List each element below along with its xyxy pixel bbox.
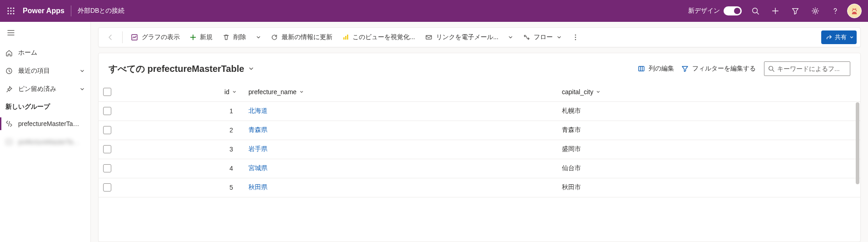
chevron-down-icon (79, 86, 85, 92)
row-checkbox[interactable] (103, 183, 111, 192)
email-link-button[interactable]: リンクを電子メール... (421, 29, 503, 45)
cell-name: 宮城県 (244, 159, 557, 178)
svg-rect-24 (345, 36, 347, 40)
gear-icon[interactable] (806, 0, 824, 22)
cell-id: 2 (121, 121, 244, 140)
home-icon (5, 49, 13, 56)
table-row[interactable]: 2青森県青森市 (99, 121, 860, 140)
table-scroll[interactable]: id prefecture_name (99, 82, 860, 242)
flow-button[interactable]: フロー (518, 29, 566, 45)
visualize-button[interactable]: このビューを視覚化... (338, 29, 420, 45)
show-chart-button[interactable]: グラフの表示 (126, 29, 184, 45)
svg-point-14 (835, 13, 836, 14)
table-row[interactable]: 4宮城県仙台市 (99, 159, 860, 178)
new-design-toggle[interactable]: 新デザイン (688, 6, 742, 15)
data-table: id prefecture_name (99, 82, 860, 197)
sidebar-item-pinned[interactable]: ピン留め済み (0, 80, 90, 98)
prefecture-link[interactable]: 青森県 (248, 126, 268, 133)
overflow-button[interactable] (567, 29, 584, 45)
svg-point-29 (575, 39, 576, 40)
refresh-icon (271, 34, 278, 41)
column-label: prefecture_name (248, 88, 297, 96)
sidebar-item-redacted[interactable]: prefectureMasterTabl... (0, 133, 90, 151)
cell-capital: 札幌市 (557, 101, 860, 121)
refresh-button[interactable]: 最新の情報に更新 (266, 29, 337, 45)
select-all-checkbox[interactable] (103, 88, 111, 96)
help-icon[interactable] (826, 0, 844, 22)
avatar[interactable] (847, 4, 862, 18)
prefecture-link[interactable]: 北海道 (248, 107, 268, 114)
add-icon[interactable] (766, 0, 784, 22)
prefecture-link[interactable]: 宮城県 (248, 164, 268, 171)
edit-filters-button[interactable]: フィルターを編集する (678, 61, 759, 76)
chevron-down-icon (232, 90, 237, 94)
sidebar-item-prefecture-table[interactable]: prefectureMasterTabl... (0, 115, 90, 133)
cell-capital: 仙台市 (557, 159, 860, 178)
columns-icon (638, 65, 645, 72)
column-header-capital[interactable]: capital_city (562, 88, 856, 96)
product-name[interactable]: Power Apps (18, 7, 71, 15)
chevron-down-icon (79, 68, 85, 74)
row-checkbox[interactable] (103, 164, 111, 172)
keyword-search[interactable] (764, 61, 850, 76)
hamburger-icon[interactable] (6, 28, 15, 37)
svg-point-7 (10, 13, 11, 14)
row-checkbox[interactable] (103, 126, 111, 134)
command-label: 新規 (200, 33, 213, 41)
svg-point-33 (769, 66, 773, 71)
row-checkbox[interactable] (103, 145, 111, 153)
column-header-id[interactable]: id (126, 88, 239, 96)
command-label: このビューを視覚化... (352, 33, 415, 41)
sidebar-item-recent[interactable]: 最近の項目 (0, 62, 90, 80)
svg-point-27 (575, 35, 576, 36)
command-label: フロー (534, 33, 553, 41)
mail-icon (425, 34, 432, 41)
delete-split-chevron[interactable] (252, 35, 265, 40)
sidebar-item-home[interactable]: ホーム (0, 44, 90, 62)
svg-rect-23 (343, 37, 345, 40)
view-title-dropdown[interactable]: すべての prefectureMasterTable (109, 63, 254, 75)
cell-id: 3 (121, 140, 244, 159)
share-label: 共有 (835, 33, 847, 41)
waffle-icon[interactable] (4, 4, 18, 18)
trash-icon (223, 34, 230, 41)
filter-icon (681, 65, 689, 72)
toggle-switch-icon[interactable] (724, 6, 742, 15)
table-row[interactable]: 5秋田県秋田市 (99, 178, 860, 197)
column-label: capital_city (562, 88, 593, 96)
back-button (102, 29, 119, 45)
row-checkbox[interactable] (103, 107, 111, 115)
delete-button[interactable]: 削除 (218, 29, 251, 45)
column-header-name[interactable]: prefecture_name (248, 88, 553, 96)
sidebar-item-label: ホーム (18, 49, 37, 57)
filter-icon[interactable] (786, 0, 804, 22)
sidebar-item-label: prefectureMasterTabl... (18, 138, 82, 146)
prefecture-link[interactable]: 秋田県 (248, 183, 268, 191)
email-split-chevron[interactable] (504, 35, 517, 40)
edit-columns-button[interactable]: 列の編集 (634, 61, 678, 76)
new-button[interactable]: 新規 (185, 29, 217, 45)
cell-id: 5 (121, 178, 244, 197)
cell-name: 岩手県 (244, 140, 557, 159)
keyword-search-input[interactable] (777, 65, 846, 72)
edit-filters-label: フィルターを編集する (692, 65, 756, 73)
chevron-down-icon (256, 35, 261, 40)
share-icon (826, 34, 832, 40)
cell-name: 青森県 (244, 121, 557, 140)
table-row[interactable]: 3岩手県盛岡市 (99, 140, 860, 159)
search-icon[interactable] (746, 0, 764, 22)
sidebar-item-label: ピン留め済み (18, 85, 56, 93)
separator (71, 5, 71, 16)
app-header: Power Apps 外部DBとの接続 新デザイン (0, 0, 868, 22)
share-button[interactable]: 共有 (821, 30, 857, 44)
data-card: すべての prefectureMasterTable 列の編集 フィルターを編集… (98, 53, 861, 242)
table-row[interactable]: 1北海道札幌市 (99, 101, 860, 121)
search-icon (768, 66, 774, 72)
clock-icon (5, 67, 13, 75)
environment-name[interactable]: 外部DBとの接続 (78, 7, 124, 15)
pin-icon (5, 86, 13, 93)
new-design-label: 新デザイン (688, 7, 720, 15)
prefecture-link[interactable]: 岩手県 (248, 145, 268, 152)
scrollbar-thumb[interactable] (856, 102, 859, 184)
entity-icon (5, 120, 13, 127)
